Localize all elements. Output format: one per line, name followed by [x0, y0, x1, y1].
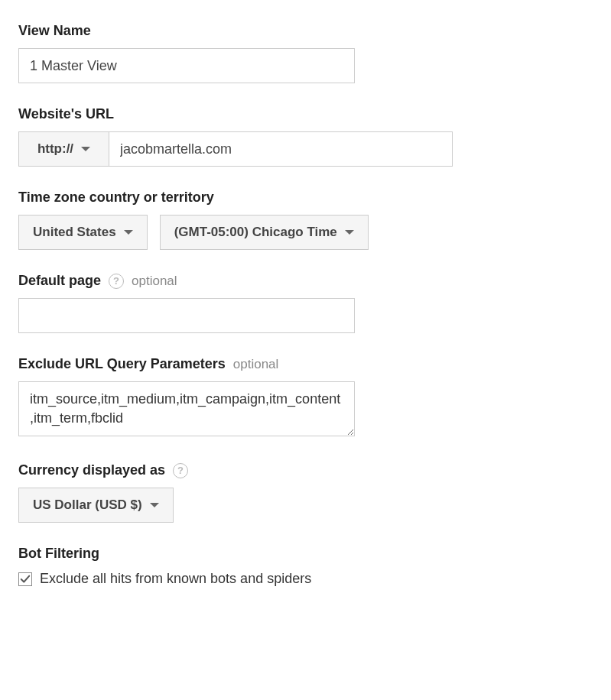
website-url-input[interactable]	[109, 131, 453, 167]
default-page-label: Default page	[18, 273, 101, 289]
timezone-row: United States (GMT-05:00) Chicago Time	[18, 215, 593, 250]
currency-group: Currency displayed as ? US Dollar (USD $…	[18, 462, 593, 523]
currency-dropdown[interactable]: US Dollar (USD $)	[18, 488, 174, 523]
caret-down-icon	[150, 503, 159, 507]
exclude-params-input[interactable]: itm_source,itm_medium,itm_campaign,itm_c…	[18, 381, 355, 436]
exclude-params-label: Exclude URL Query Parameters	[18, 356, 226, 372]
bot-filtering-checkbox[interactable]	[18, 572, 32, 586]
currency-value: US Dollar (USD $)	[33, 497, 142, 513]
country-dropdown[interactable]: United States	[18, 215, 148, 250]
caret-down-icon	[81, 147, 90, 151]
timezone-label: Time zone country or territory	[18, 190, 593, 206]
checkmark-icon	[20, 574, 31, 585]
default-page-label-row: Default page ? optional	[18, 273, 593, 289]
caret-down-icon	[345, 230, 354, 235]
default-page-group: Default page ? optional	[18, 273, 593, 333]
website-url-label: Website's URL	[18, 106, 593, 122]
timezone-value: (GMT-05:00) Chicago Time	[174, 225, 337, 240]
bot-filtering-label: Bot Filtering	[18, 546, 593, 562]
bot-filtering-checkbox-label: Exclude all hits from known bots and spi…	[40, 571, 311, 587]
exclude-params-label-row: Exclude URL Query Parameters optional	[18, 356, 593, 372]
currency-label-row: Currency displayed as ?	[18, 462, 593, 478]
website-url-group: Website's URL http://	[18, 106, 593, 167]
timezone-group: Time zone country or territory United St…	[18, 190, 593, 250]
timezone-dropdown[interactable]: (GMT-05:00) Chicago Time	[160, 215, 369, 250]
help-icon[interactable]: ?	[109, 274, 124, 289]
bot-filtering-group: Bot Filtering Exclude all hits from know…	[18, 546, 593, 587]
exclude-params-optional: optional	[233, 357, 279, 372]
view-name-label: View Name	[18, 23, 593, 39]
protocol-dropdown[interactable]: http://	[18, 131, 109, 167]
bot-filtering-row: Exclude all hits from known bots and spi…	[18, 571, 593, 587]
view-name-input[interactable]	[18, 48, 355, 83]
caret-down-icon	[124, 230, 133, 235]
country-value: United States	[33, 225, 116, 240]
default-page-input[interactable]	[18, 298, 355, 333]
view-name-group: View Name	[18, 23, 593, 83]
website-url-row: http://	[18, 131, 593, 167]
exclude-params-group: Exclude URL Query Parameters optional it…	[18, 356, 593, 439]
protocol-value: http://	[37, 141, 73, 157]
default-page-optional: optional	[132, 274, 177, 289]
help-icon[interactable]: ?	[173, 463, 188, 478]
currency-label: Currency displayed as	[18, 462, 165, 478]
